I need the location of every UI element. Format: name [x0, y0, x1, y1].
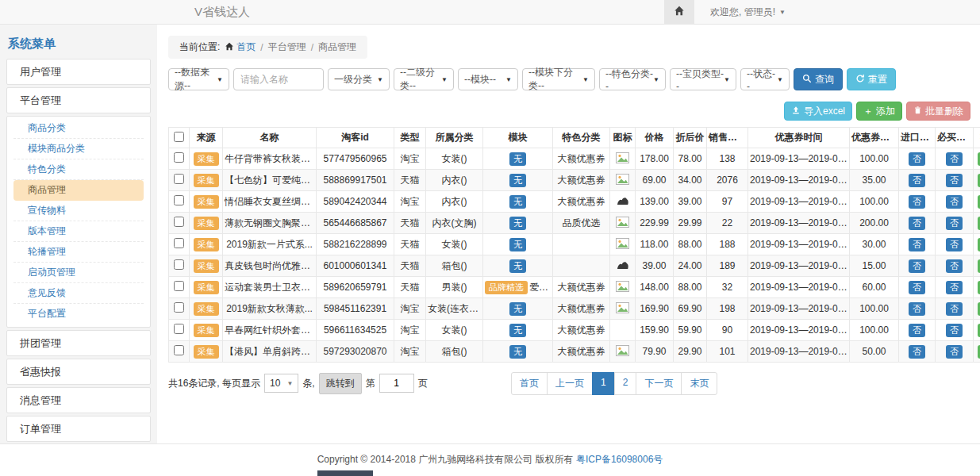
breadcrumb-home-link[interactable]: 首页	[225, 40, 256, 54]
status-badge[interactable]: 上架	[978, 238, 980, 251]
import-choice-badge[interactable]: 否	[909, 217, 925, 230]
per-page-select[interactable]: 10▼	[264, 374, 298, 393]
pager-item[interactable]: 末页	[681, 372, 717, 395]
coupon-time-cell: 2019-09-13—2019-09-17	[748, 320, 850, 341]
pager-item[interactable]: 上一页	[547, 372, 593, 395]
sidebar-subitem[interactable]: 版本管理	[13, 221, 144, 242]
coupon-time-cell: 2019-09-13—2019-09-18	[748, 341, 850, 363]
import-choice-badge[interactable]: 否	[909, 259, 925, 273]
sidebar-item[interactable]: 省惠快报	[7, 359, 150, 384]
must-buy-badge[interactable]: 否	[946, 238, 963, 251]
jump-button[interactable]: 跳转到	[319, 373, 362, 394]
module-badge: 无	[509, 324, 526, 337]
reset-button[interactable]: 重置	[847, 68, 896, 90]
status-badge[interactable]: 上架	[978, 217, 980, 230]
row-checkbox[interactable]	[174, 217, 184, 227]
row-checkbox[interactable]	[174, 152, 184, 163]
must-buy-badge[interactable]: 否	[946, 195, 963, 209]
row-checkbox[interactable]	[174, 345, 184, 355]
pager-item[interactable]: 2	[614, 372, 637, 395]
must-buy-badge[interactable]: 否	[946, 345, 963, 359]
module-text: 爱上运动	[529, 282, 553, 293]
price-cell: 178.00	[636, 148, 674, 170]
sidebar-subitem[interactable]: 轮播管理	[13, 242, 144, 263]
sidebar-subitem[interactable]: 特色分类	[13, 159, 144, 180]
filter-select[interactable]: --模块下分类--▼	[522, 68, 595, 90]
category-cell: 男装()	[426, 277, 483, 298]
must-buy-badge[interactable]: 否	[946, 152, 963, 166]
icon-cell	[610, 234, 636, 255]
import-choice-badge[interactable]: 否	[909, 345, 925, 359]
import-choice-badge[interactable]: 否	[909, 174, 925, 187]
filter-select[interactable]: --二级分类--▼	[394, 68, 454, 90]
pager-item[interactable]: 下一页	[636, 372, 682, 395]
import-choice-badge[interactable]: 否	[909, 324, 925, 337]
row-checkbox[interactable]	[174, 195, 184, 205]
icp-link[interactable]: 粤ICP备16098006号	[576, 454, 663, 465]
search-button[interactable]: 查询	[794, 68, 843, 90]
row-checkbox[interactable]	[174, 238, 184, 248]
page-number-input[interactable]	[379, 374, 414, 393]
status-badge[interactable]: 上架	[978, 195, 980, 209]
chevron-down-icon: ▼	[582, 76, 589, 83]
filter-select[interactable]: --宝贝类型--▼	[670, 68, 736, 90]
status-badge[interactable]: 上架	[978, 345, 980, 359]
filter-select[interactable]: --状态--▼	[740, 68, 790, 90]
type-cell: 天猫	[394, 255, 426, 277]
sidebar-subitem[interactable]: 商品分类	[13, 118, 144, 139]
pager-item[interactable]: 1	[592, 372, 615, 395]
sidebar-item[interactable]: 订单管理	[7, 416, 150, 441]
home-button[interactable]	[664, 0, 694, 24]
sales-cell: 188	[707, 234, 748, 255]
row-checkbox[interactable]	[174, 259, 184, 270]
must-buy-badge[interactable]: 否	[946, 281, 963, 294]
user-menu[interactable]: 欢迎您, 管理员! ▼	[710, 6, 786, 19]
must-buy-badge[interactable]: 否	[946, 302, 963, 316]
status-badge[interactable]: 上架	[978, 281, 980, 294]
status-badge[interactable]: 上架	[978, 324, 980, 337]
filter-select[interactable]: --模块--▼	[458, 68, 518, 90]
must-buy-badge[interactable]: 否	[946, 324, 963, 337]
add-button[interactable]: ＋ 添加	[856, 102, 902, 121]
import-choice-badge[interactable]: 否	[909, 238, 925, 251]
row-checkbox[interactable]	[174, 174, 184, 184]
row-checkbox[interactable]	[174, 324, 184, 334]
breadcrumb-separator: /	[260, 42, 263, 53]
import-excel-button[interactable]: 导入excel	[784, 102, 852, 121]
import-choice-badge[interactable]: 否	[909, 302, 925, 316]
must-buy-badge[interactable]: 否	[946, 259, 963, 273]
status-badge[interactable]: 上架	[978, 259, 980, 273]
row-checkbox[interactable]	[174, 302, 184, 313]
row-select-cell	[169, 298, 190, 320]
sidebar-subitem[interactable]: 商品管理	[13, 180, 144, 201]
batch-delete-button[interactable]: 批量删除	[906, 102, 970, 121]
select-all-checkbox[interactable]	[174, 132, 184, 142]
row-checkbox[interactable]	[174, 281, 184, 291]
import-choice-badge[interactable]: 否	[909, 281, 925, 294]
sidebar-item[interactable]: 消息管理	[7, 388, 150, 413]
sidebar-item[interactable]: 用户管理	[7, 60, 150, 84]
sidebar-subitem[interactable]: 模块商品分类	[13, 139, 144, 159]
import-choice-badge[interactable]: 否	[909, 195, 925, 209]
coupon-amount-cell: 100.00	[850, 191, 899, 213]
status-badge[interactable]: 上架	[978, 174, 980, 187]
must-buy-badge[interactable]: 否	[946, 174, 963, 187]
filter-select-data-source[interactable]: --数据来源--▼	[168, 68, 229, 90]
status-badge[interactable]: 上架	[978, 302, 980, 316]
pager-item[interactable]: 首页	[511, 372, 548, 395]
must-buy-badge[interactable]: 否	[946, 217, 963, 230]
status-badge[interactable]: 上架	[978, 152, 980, 166]
source-cell: 采集	[190, 170, 223, 191]
filter-select[interactable]: --特色分类--▼	[599, 68, 666, 90]
sidebar-subitem[interactable]: 宣传物料	[13, 201, 144, 221]
sidebar-item[interactable]: 平台管理	[7, 88, 150, 113]
sidebar-subitem[interactable]: 意见反馈	[13, 283, 144, 304]
sales-cell: 32	[707, 277, 748, 298]
import-choice-badge[interactable]: 否	[909, 152, 925, 166]
filter-select[interactable]: 一级分类▼	[328, 68, 390, 90]
sidebar-subitem[interactable]: 启动页管理	[13, 263, 144, 283]
column-header: 淘客id	[317, 128, 394, 148]
sidebar-item[interactable]: 拼团管理	[7, 331, 150, 355]
name-search-input[interactable]	[233, 68, 324, 90]
sidebar-subitem[interactable]: 平台配置	[13, 304, 144, 324]
